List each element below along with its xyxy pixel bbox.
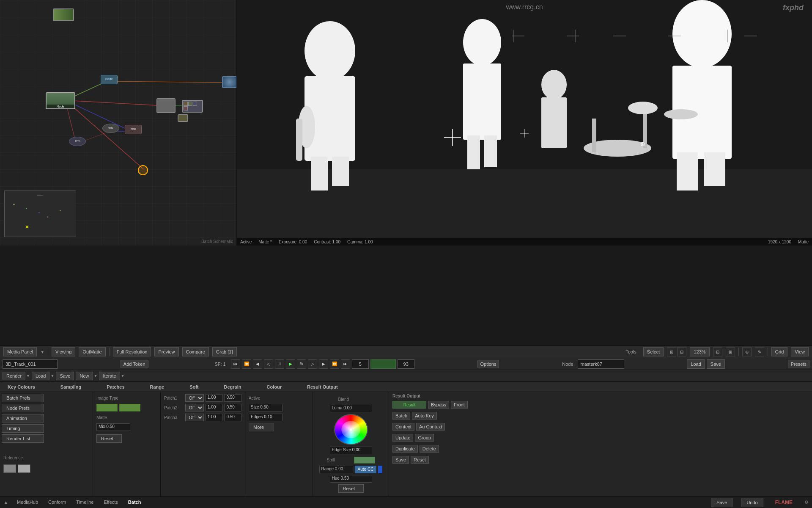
zoom-btn[interactable]: 123% [690, 347, 709, 356]
animation-btn[interactable]: Animation [2, 414, 44, 422]
spill-indicator[interactable] [354, 457, 375, 464]
transport-next[interactable]: ▶ [319, 359, 328, 369]
patch3-dropdown[interactable]: Off [185, 414, 204, 421]
transport-prev-key[interactable]: ⏪ [242, 359, 251, 369]
view-label-btn[interactable]: View [791, 347, 809, 356]
paint-btn[interactable]: ✎ [755, 347, 764, 356]
grid-btn[interactable]: Grid [771, 347, 788, 356]
patches-header[interactable]: Patches [102, 382, 129, 392]
color-wheel[interactable] [334, 414, 368, 445]
color-block-2[interactable] [119, 404, 140, 411]
patch1-val2[interactable]: 0.50 [224, 394, 241, 402]
edge-size-value[interactable]: Edge Size 0.00 [330, 447, 372, 454]
mini-viewer[interactable]: ___ [4, 190, 76, 237]
node-prefs-btn[interactable]: Node Prefs [2, 404, 44, 412]
view-btn-2[interactable]: ⊟ [677, 347, 686, 356]
node-ref[interactable] [178, 114, 188, 122]
node-small-1[interactable]: env [102, 124, 119, 133]
view-btn-1[interactable]: ⊞ [667, 347, 676, 356]
update-btn[interactable]: Update [392, 434, 413, 442]
track-name-input[interactable] [3, 359, 58, 369]
grab-btn[interactable]: Grab [1] [212, 347, 237, 356]
render-btn[interactable]: Render [3, 372, 25, 380]
soft-header[interactable]: Soft [185, 382, 203, 392]
patch1-dropdown[interactable]: Off [185, 394, 204, 402]
patch3-val2[interactable]: 0.50 [224, 414, 241, 421]
compare-btn[interactable]: Compare [182, 347, 209, 356]
transport-play-loop[interactable]: ↻ [297, 359, 306, 369]
transport-next-key[interactable]: ⏩ [330, 359, 339, 369]
save-bottom-btn[interactable]: Save [711, 498, 732, 507]
color-block-1[interactable] [96, 404, 118, 411]
auto-cc-btn[interactable]: Auto CC [355, 466, 377, 473]
patch2-dropdown[interactable]: Off [185, 404, 204, 411]
degrain-header[interactable]: Degrain [220, 382, 246, 392]
bypass-btn[interactable]: Bypass [428, 401, 449, 409]
edges-value[interactable]: Edges 0.10 [249, 414, 283, 421]
node-orange-circle[interactable] [138, 165, 148, 175]
full-resolution-btn[interactable]: Full Resolution [113, 347, 151, 356]
save-node-btn[interactable]: Save [707, 359, 725, 369]
viewing-btn[interactable]: Viewing [52, 347, 75, 356]
key-colours-header[interactable]: Key Colours [3, 382, 39, 392]
node-small-3[interactable]: env [69, 137, 86, 146]
transport-step-fwd[interactable]: ▷ [308, 359, 317, 369]
node-output[interactable] [156, 98, 176, 113]
out-matte-btn[interactable]: OutMatte [79, 347, 105, 356]
luma-value[interactable]: Luma 0.00 [330, 405, 372, 412]
options-btn[interactable]: Options [477, 360, 499, 368]
zoom-fit-btn[interactable]: ⊞ [726, 347, 735, 356]
colour-header[interactable]: Colour [263, 382, 286, 392]
save-ctrl-btn[interactable]: Save [56, 372, 74, 380]
swatch-1[interactable] [3, 464, 16, 473]
transport-play[interactable]: ▶ [286, 359, 295, 369]
timing-btn[interactable]: Timing [2, 424, 44, 433]
transport-step-back[interactable]: ◁ [264, 359, 273, 369]
node-top-right[interactable] [222, 76, 237, 88]
node-main[interactable]: Node [46, 92, 75, 109]
node-thumbnail-1[interactable] [53, 8, 74, 21]
reset-result-btn[interactable]: Reset [411, 456, 429, 464]
patch1-val1[interactable]: 1.00 [206, 394, 223, 402]
sampling-header[interactable]: Sampling [56, 382, 86, 392]
select-btn[interactable]: Select [643, 347, 664, 356]
delete-btn[interactable]: Delete [420, 445, 439, 453]
color-btn[interactable]: ⊕ [742, 347, 752, 356]
swatch-2[interactable] [18, 464, 30, 473]
reset-colour-btn[interactable]: Reset [338, 484, 364, 493]
batch-tab[interactable]: Batch [126, 500, 143, 505]
new-btn[interactable]: New [76, 372, 93, 380]
effects-tab[interactable]: Effects [102, 500, 119, 505]
more-btn[interactable]: More [249, 423, 274, 431]
node-top[interactable]: node [101, 75, 118, 84]
patch3-val1[interactable]: 1.00 [206, 414, 223, 421]
presets-btn[interactable]: Presets [788, 360, 809, 368]
mix-value[interactable]: Mix 0.50 [96, 423, 130, 431]
reset-key-btn[interactable]: Reset [96, 434, 122, 443]
preview-btn[interactable]: Preview [154, 347, 178, 356]
undo-btn[interactable]: Undo [741, 498, 763, 507]
node-small-2[interactable]: msk [125, 125, 142, 134]
conform-tab[interactable]: Conform [47, 500, 68, 505]
group-btn[interactable]: Group [415, 434, 434, 442]
context-btn[interactable]: Context [392, 423, 414, 431]
duplicate-btn[interactable]: Duplicate [392, 445, 418, 453]
front-btn[interactable]: Front [451, 401, 468, 409]
media-panel-btn[interactable]: Media Panel [3, 347, 37, 356]
node-name-input[interactable] [578, 359, 624, 369]
au-context-btn[interactable]: Au Context [416, 423, 445, 431]
range-value[interactable]: Range 0.00 [319, 466, 353, 473]
fit-btn[interactable]: ⊡ [713, 347, 722, 356]
mediahub-tab[interactable]: MediaHub [15, 500, 40, 505]
transport-prev[interactable]: ◀ [253, 359, 262, 369]
result-output-header[interactable]: Result Output [303, 382, 342, 392]
frame-end-input[interactable] [398, 359, 414, 369]
batch-prefs-btn[interactable]: Batch Prefs [2, 394, 44, 402]
transport-end[interactable]: ⏭ [341, 359, 350, 369]
auto-key-btn[interactable]: Auto Key [412, 412, 437, 420]
render-list-btn[interactable]: Render List [2, 434, 44, 443]
hue-value[interactable]: Hue 0.50 [330, 475, 372, 483]
batch-result-btn[interactable]: Batch [392, 412, 410, 420]
add-token-btn[interactable]: Add Token [121, 360, 148, 368]
frame-start-input[interactable] [352, 359, 369, 369]
